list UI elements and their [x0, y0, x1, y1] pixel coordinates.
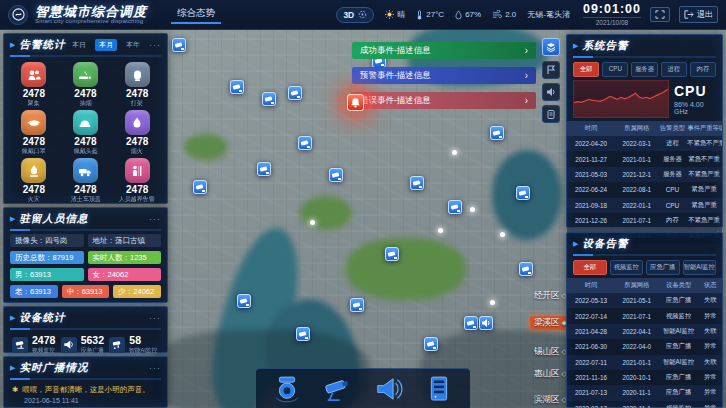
header-bar: 智慧城市综合调度 Smart city comprehensive dispat… — [0, 0, 726, 30]
district-label-selected[interactable]: 梁溪区◈ — [530, 316, 571, 330]
cell: 2021-11-16 — [567, 370, 615, 385]
alarm-tile-smoking[interactable]: 2478 抽烟 — [60, 61, 112, 108]
app-title-block: 智慧城市综合调度 Smart city comprehensive dispat… — [35, 5, 147, 25]
rail-speaker-button[interactable] — [542, 83, 560, 101]
middle-count-chip: 中：63913 — [62, 285, 110, 298]
alarm-tile-mask[interactable]: 2478 佩戴口罩 — [8, 109, 60, 156]
table-row[interactable]: 2022-07-112021-01-1智能AI监控失联 — [567, 355, 722, 370]
camera-marker[interactable] — [296, 327, 310, 341]
rail-clipboard-button[interactable] — [542, 105, 560, 123]
cell: 内存 — [658, 213, 686, 228]
alarm-tile-gathering[interactable]: 2478 聚集 — [8, 61, 60, 108]
device-stat-broadcast[interactable]: 5632 应急广播 — [61, 335, 105, 355]
table-row[interactable]: 2021-06-302022-04-0应急广播异常 — [567, 339, 722, 354]
panel-arrow-icon: ▶ — [10, 215, 15, 223]
camera-marker[interactable] — [410, 176, 424, 190]
table-row[interactable]: 2021-11-162020-10-1应急广播异常 — [567, 370, 722, 385]
camera-marker[interactable] — [519, 262, 533, 276]
table-row[interactable]: 2021-12-262021-07-1内存不紧急严重 — [567, 213, 722, 228]
alarm-tile-smoke-fire[interactable]: 2478 烟火 — [111, 109, 163, 156]
camera-marker[interactable] — [172, 38, 186, 52]
alarm-marker[interactable] — [347, 94, 364, 111]
device-stat-ai-camera[interactable]: 58 智能AI监控 — [109, 335, 159, 355]
alarm-tile-truck-cover[interactable]: 2478 渣土车顶盖 — [60, 157, 112, 204]
table-row[interactable]: 2021-05-032021-12-1服务器不紧急严重 — [567, 167, 722, 182]
table-row[interactable]: 2022-07-142021-07-1视频监控异常 — [567, 308, 722, 323]
tab-this-year[interactable]: 本年 — [122, 39, 144, 51]
mask-icon — [27, 116, 41, 130]
broadcast-speaker-button[interactable] — [366, 372, 410, 406]
camera-marker[interactable] — [329, 168, 343, 182]
tab-today[interactable]: 本日 — [68, 39, 90, 51]
camera-marker[interactable] — [448, 200, 462, 214]
table-row[interactable]: 2021-09-182022-01-1CPU紧急严重 — [567, 198, 722, 213]
sys-tab-memory[interactable]: 内存 — [690, 62, 716, 77]
tab-this-month[interactable]: 本月 — [95, 39, 117, 51]
event-banner-warning[interactable]: 预警事件-描述信息 › — [352, 67, 536, 84]
more-menu-icon[interactable]: ··· — [149, 40, 161, 50]
alarm-tile-fighting[interactable]: 2478 打架 — [111, 61, 163, 108]
panel-title: 系统告警 — [582, 39, 628, 53]
camera-marker[interactable] — [237, 294, 251, 308]
table-row[interactable]: 2021-07-132020-11-1应急广播异常 — [567, 385, 722, 400]
rail-layers-button[interactable] — [542, 38, 560, 56]
table-row[interactable]: 2021-04-282022-04-1智能AI监控失联 — [567, 324, 722, 339]
panel-title: 告警统计 — [19, 38, 65, 52]
camera-marker[interactable] — [298, 136, 312, 150]
more-menu-icon[interactable]: ··· — [149, 214, 161, 224]
camera-marker[interactable] — [193, 180, 207, 194]
flag-icon — [546, 65, 556, 75]
district-label[interactable]: 经开区◇ — [534, 290, 567, 302]
more-menu-icon[interactable]: ··· — [149, 363, 161, 373]
col-header-grid: 所属网格 — [615, 121, 658, 136]
table-row[interactable]: 2022-06-242022-08-1CPU紧急严重 — [567, 182, 722, 197]
dev-tab-video[interactable]: 视频监控 — [610, 260, 644, 275]
camera-marker[interactable] — [230, 80, 244, 94]
dev-tab-ai[interactable]: 智能AI监控 — [683, 260, 717, 275]
flame-icon — [130, 116, 144, 130]
logout-button[interactable]: 退出 — [679, 6, 718, 23]
broadcast-bullet-icon: ✱ — [12, 385, 18, 395]
camera-marker[interactable] — [490, 126, 504, 140]
dome-camera-button[interactable] — [265, 372, 309, 406]
table-row[interactable]: 2022-04-202022-03-1进程不紧急不严重 — [567, 136, 722, 151]
cctv-camera-button[interactable] — [316, 372, 360, 406]
speaker-icon — [63, 339, 74, 350]
tab-overall-situation[interactable]: 综合态势 — [171, 5, 221, 24]
sys-tab-process[interactable]: 进程 — [661, 62, 687, 77]
table-row[interactable]: 2022-05-132021-05-1应急广播失联 — [567, 293, 722, 308]
sys-tab-cpu[interactable]: CPU — [602, 62, 628, 77]
table-row[interactable]: 2021-11-272021-01-1服务器紧急不严重 — [567, 151, 722, 166]
district-label[interactable]: 锡山区◇ — [534, 346, 567, 358]
camera-marker[interactable] — [350, 298, 364, 312]
rail-flag-button[interactable] — [542, 61, 560, 79]
dev-tab-broadcast[interactable]: 应急广播 — [646, 260, 680, 275]
alarm-tile-fire[interactable]: 2478 火灾 — [8, 157, 60, 204]
camera-marker[interactable] — [516, 186, 530, 200]
sys-tab-server[interactable]: 服务器 — [631, 62, 657, 77]
more-menu-icon[interactable]: ··· — [149, 313, 161, 323]
table-row[interactable]: 2022-02-172020-11-1视频监控异常 — [567, 401, 722, 408]
camera-marker[interactable] — [257, 162, 271, 176]
fullscreen-button[interactable] — [650, 7, 670, 22]
camera-marker[interactable] — [288, 86, 302, 100]
district-label[interactable]: 惠山区◇ — [534, 368, 567, 380]
server-rack-button[interactable] — [417, 372, 461, 406]
district-label[interactable]: 滨湖区◇ — [534, 394, 567, 406]
temperature-status: 27°C — [416, 10, 444, 20]
mode-3d-toggle[interactable]: 3D — [336, 7, 374, 23]
device-stat-video[interactable]: 2478 视频监控 — [12, 335, 56, 355]
sys-tab-all[interactable]: 全部 — [573, 62, 599, 77]
camera-marker[interactable] — [464, 316, 478, 330]
cell: 2021-05-1 — [615, 293, 658, 308]
camera-marker[interactable] — [262, 92, 276, 106]
alarm-tile-helmet[interactable]: 2478 佩戴头盔 — [60, 109, 112, 156]
alarm-tile-boundary-crossing[interactable]: 2478 人员越界告警 — [111, 157, 163, 204]
event-banner-error[interactable]: 错误事件-描述信息 › — [352, 92, 536, 109]
cell: 视频监控 — [658, 401, 698, 408]
camera-marker[interactable] — [424, 337, 438, 351]
camera-marker[interactable] — [385, 247, 399, 261]
event-banner-success[interactable]: 成功事件-描述信息 › — [352, 42, 536, 59]
speaker-marker[interactable] — [479, 316, 493, 330]
dev-tab-all[interactable]: 全部 — [573, 260, 607, 275]
